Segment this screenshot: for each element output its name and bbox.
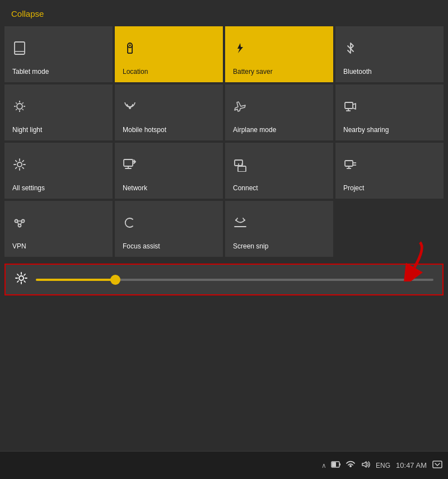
tile-location[interactable]: Location [115,26,223,82]
tile-bluetooth[interactable]: Bluetooth [335,26,444,82]
notification-icon[interactable] [432,460,442,471]
battery-saver-icon [233,41,326,58]
system-clock[interactable]: 10:47 AM [396,461,427,469]
svg-rect-52 [332,462,336,467]
tile-screen-snip[interactable]: Screen snip [225,201,333,257]
tile-airplane-mode-label: Airplane mode [233,126,326,134]
svg-point-41 [19,276,24,280]
chevron-icon[interactable]: ∧ [321,462,326,469]
night-light-icon [12,99,106,116]
tile-tablet-mode[interactable]: Tablet mode [4,26,113,82]
language-label: ENG [376,462,390,469]
svg-line-12 [16,102,17,104]
tile-night-light[interactable]: Night light [4,84,113,140]
svg-rect-23 [238,166,246,172]
svg-point-16 [129,107,131,109]
tile-tablet-mode-label: Tablet mode [12,68,106,76]
tile-focus-assist-label: Focus assist [123,242,216,250]
tile-mobile-hotspot[interactable]: Mobile hotspot [115,84,223,140]
nearby-sharing-icon [343,99,437,116]
svg-line-15 [16,109,17,110]
svg-point-7 [17,104,22,109]
svg-line-13 [22,109,24,110]
bluetooth-icon [343,41,437,58]
tile-airplane-mode[interactable]: Airplane mode [225,84,333,140]
tile-connect-label: Connect [233,184,326,192]
svg-point-6 [129,44,131,46]
svg-line-48 [24,274,25,275]
volume-icon [360,460,371,471]
tile-battery-saver-label: Battery saver [233,68,326,76]
svg-line-49 [17,281,18,282]
clock-time: 10:47 AM [396,461,427,469]
svg-rect-53 [433,461,442,468]
svg-line-46 [17,274,18,275]
svg-rect-51 [339,463,340,466]
tile-focus-assist[interactable]: Focus assist [115,201,223,257]
tile-night-light-label: Night light [12,126,106,134]
taskbar: ∧ [0,451,448,479]
svg-rect-0 [15,42,25,54]
tile-location-label: Location [123,68,216,76]
svg-line-35 [21,222,22,224]
wifi-icon [346,460,356,471]
all-settings-icon [12,157,106,174]
svg-rect-17 [345,102,353,109]
collapse-button[interactable]: Collapse [0,0,448,24]
svg-line-38 [236,218,237,220]
brightness-icon [15,271,28,288]
tile-nearby-sharing-label: Nearby sharing [343,126,437,134]
vpn-icon [12,215,106,232]
airplane-mode-icon [233,99,326,116]
red-arrow [381,237,431,284]
tile-bluetooth-label: Bluetooth [343,68,437,76]
tile-all-settings-label: All settings [12,184,106,192]
svg-rect-26 [345,161,353,166]
system-tray: ∧ [321,460,390,471]
tablet-mode-icon [12,41,106,58]
screen-snip-icon [233,215,326,232]
tile-nearby-sharing[interactable]: Nearby sharing [335,84,444,140]
svg-line-34 [17,222,18,224]
tile-connect[interactable]: Connect [225,143,333,199]
tile-network-label: Network [123,184,216,192]
connect-icon [233,157,326,174]
tile-vpn[interactable]: VPN [4,201,113,257]
tile-battery-saver[interactable]: Battery saver [225,26,333,82]
svg-rect-21 [124,159,133,166]
tiles-grid: Tablet mode Location Battery saver [0,24,448,259]
svg-line-14 [22,102,24,104]
tile-mobile-hotspot-label: Mobile hotspot [123,126,216,134]
focus-assist-icon [123,215,216,232]
project-icon [343,157,437,174]
svg-line-39 [243,218,245,220]
brightness-slider[interactable] [36,279,433,281]
svg-line-47 [24,281,25,282]
brightness-control[interactable] [4,264,444,295]
action-center: Collapse Tablet mode [0,0,448,479]
tile-project[interactable]: Project [335,143,444,199]
network-icon [123,157,216,174]
tile-vpn-label: VPN [12,242,106,250]
location-icon [123,41,216,58]
svg-point-20 [17,162,22,167]
battery-icon [331,461,341,471]
tile-screen-snip-label: Screen snip [233,242,326,250]
mobile-hotspot-icon [123,99,216,116]
tile-network[interactable]: Network [115,143,223,199]
svg-point-33 [18,224,21,227]
tile-all-settings[interactable]: All settings [4,143,113,199]
tile-project-label: Project [343,184,437,192]
